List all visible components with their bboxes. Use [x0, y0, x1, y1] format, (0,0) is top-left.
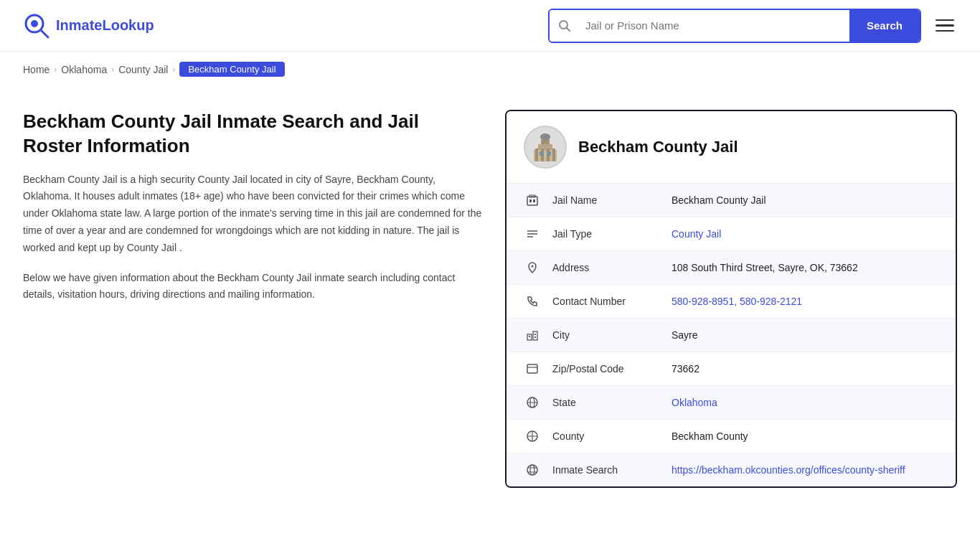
site-header: InmateLookup Search	[0, 0, 980, 52]
logo-icon	[23, 12, 50, 39]
city-value: Sayre	[672, 329, 938, 341]
menu-line-3	[936, 30, 954, 32]
logo-text: InmateLookup	[56, 17, 154, 34]
city-icon	[524, 329, 541, 342]
zip-label: Zip/Postal Code	[552, 363, 660, 375]
jail-name-value: Beckham County Jail	[672, 194, 938, 206]
breadcrumb-county-jail[interactable]: County Jail	[118, 64, 168, 75]
jail-name-icon	[524, 194, 541, 207]
description-paragraph-2: Below we have given information about th…	[23, 270, 482, 304]
card-header: Beckham County Jail	[507, 111, 956, 184]
county-icon	[524, 430, 541, 443]
table-row: County Beckham County	[507, 420, 956, 453]
contact-label: Contact Number	[552, 296, 660, 307]
svg-point-35	[527, 465, 537, 475]
svg-line-1	[41, 30, 48, 37]
table-row: Jail Type County Jail	[507, 217, 956, 251]
breadcrumb-sep-3: ›	[172, 65, 175, 75]
contact-link[interactable]: 580-928-8951, 580-928-2121	[672, 296, 802, 307]
breadcrumb: Home › Oklahoma › County Jail › Beckham …	[0, 52, 980, 87]
zip-icon	[524, 362, 541, 375]
search-button[interactable]: Search	[849, 10, 920, 42]
city-label: City	[552, 329, 660, 341]
svg-rect-27	[534, 334, 536, 335]
contact-value: 580-928-8951, 580-928-2121	[672, 296, 938, 307]
inmate-search-value: https://beckham.okcounties.org/offices/c…	[672, 464, 938, 476]
header-right: Search	[548, 9, 957, 43]
table-row: Contact Number 580-928-8951, 580-928-212…	[507, 285, 956, 319]
svg-rect-6	[538, 144, 552, 150]
logo-link[interactable]: InmateLookup	[23, 12, 154, 39]
breadcrumb-sep-1: ›	[54, 65, 57, 75]
description-paragraph-1: Beckham County Jail is a high security C…	[23, 171, 482, 257]
svg-rect-18	[529, 199, 532, 202]
table-row: Jail Name Beckham County Jail	[507, 184, 956, 217]
address-label: Address	[552, 262, 660, 273]
svg-rect-28	[534, 336, 536, 338]
county-label: County	[552, 430, 660, 442]
jail-type-icon	[524, 227, 541, 240]
table-row: State Oklahoma	[507, 386, 956, 420]
svg-rect-25	[533, 331, 537, 340]
search-input[interactable]	[580, 10, 849, 42]
jail-type-value: County Jail	[672, 228, 938, 240]
svg-rect-29	[527, 364, 537, 373]
page-heading: Beckham County Jail Inmate Search and Ja…	[23, 110, 482, 159]
svg-rect-19	[533, 199, 535, 202]
table-row: Zip/Postal Code 73662	[507, 352, 956, 386]
svg-rect-14	[540, 151, 543, 156]
svg-point-13	[540, 133, 550, 141]
hamburger-menu[interactable]	[933, 17, 957, 35]
svg-point-36	[530, 465, 534, 475]
jail-type-label: Jail Type	[552, 228, 660, 240]
inmate-search-icon	[524, 463, 541, 476]
state-icon	[524, 396, 541, 409]
svg-point-2	[31, 20, 38, 27]
menu-line-2	[936, 24, 954, 27]
state-label: State	[552, 397, 660, 408]
svg-rect-26	[529, 336, 530, 337]
svg-rect-16	[527, 197, 537, 205]
info-table: Jail Name Beckham County Jail Jail Type …	[507, 184, 956, 486]
info-card: Beckham County Jail Jail Name Beckham Co…	[505, 110, 957, 488]
search-bar-icon	[550, 10, 580, 42]
breadcrumb-sep-2: ›	[111, 65, 114, 75]
address-value: 108 South Third Street, Sayre, OK, 73662	[672, 262, 938, 273]
svg-rect-9	[535, 149, 538, 161]
state-link[interactable]: Oklahoma	[672, 397, 717, 408]
svg-line-4	[567, 27, 570, 31]
menu-line-1	[936, 19, 954, 22]
state-value: Oklahoma	[672, 397, 938, 408]
svg-point-23	[532, 265, 534, 268]
left-column: Beckham County Jail Inmate Search and Ja…	[23, 110, 482, 316]
jail-avatar	[524, 126, 567, 169]
svg-rect-15	[547, 151, 551, 156]
address-icon	[524, 261, 541, 274]
table-row: City Sayre	[507, 319, 956, 352]
county-value: Beckham County	[672, 430, 938, 442]
table-row: Inmate Search https://beckham.okcounties…	[507, 453, 956, 486]
zip-value: 73662	[672, 363, 938, 375]
inmate-search-link[interactable]: https://beckham.okcounties.org/offices/c…	[672, 464, 905, 476]
breadcrumb-oklahoma[interactable]: Oklahoma	[61, 64, 107, 75]
jail-name-label: Jail Name	[552, 194, 660, 206]
table-row: Address 108 South Third Street, Sayre, O…	[507, 251, 956, 285]
breadcrumb-active: Beckham County Jail	[179, 62, 284, 77]
card-title: Beckham County Jail	[578, 138, 738, 156]
main-content: Beckham County Jail Inmate Search and Ja…	[0, 87, 980, 517]
breadcrumb-home[interactable]: Home	[23, 64, 50, 75]
jail-building-icon	[528, 130, 562, 164]
inmate-search-label: Inmate Search	[552, 464, 660, 476]
jail-type-link[interactable]: County Jail	[672, 228, 721, 240]
search-bar: Search	[548, 9, 921, 43]
svg-rect-12	[552, 149, 555, 161]
phone-icon	[524, 295, 541, 308]
